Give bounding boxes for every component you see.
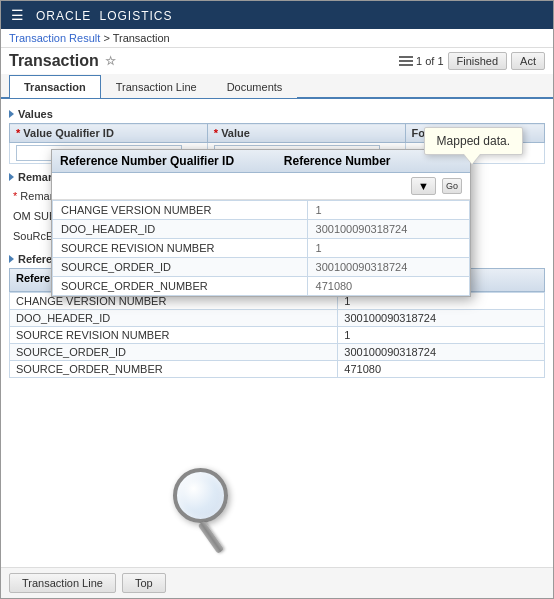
table-row: SOURCE_ORDER_ID 300100090318724 bbox=[10, 344, 545, 361]
col-value: Value bbox=[207, 124, 405, 143]
tab-bar: Transaction Transaction Line Documents bbox=[1, 74, 553, 99]
popup-row: SOURCE_ORDER_NUMBER 471080 bbox=[53, 277, 470, 296]
breadcrumb: Transaction Result > Transaction bbox=[1, 29, 553, 48]
footer-buttons: Transaction Line Top bbox=[1, 567, 553, 598]
list-icon bbox=[399, 56, 413, 66]
cell-qualifier: SOURCE REVISION NUMBER bbox=[10, 327, 338, 344]
popup-row: SOURCE REVISION NUMBER 1 bbox=[53, 239, 470, 258]
collapse-icon bbox=[9, 110, 14, 118]
popup-dropdown[interactable]: ▼ bbox=[411, 177, 436, 195]
popup-col2-label: Reference Number bbox=[284, 154, 462, 168]
popup-row: SOURCE_ORDER_ID 300100090318724 bbox=[53, 258, 470, 277]
popup-header: Reference Number Qualifier ID Reference … bbox=[52, 150, 470, 173]
popup-refnum: 1 bbox=[307, 201, 469, 220]
collapse-icon bbox=[9, 173, 14, 181]
magnifier-graphic bbox=[161, 468, 241, 558]
tab-transaction-line[interactable]: Transaction Line bbox=[101, 75, 212, 98]
menu-icon[interactable]: ☰ bbox=[11, 7, 24, 23]
popup-refnum: 471080 bbox=[307, 277, 469, 296]
cell-refnum: 300100090318724 bbox=[338, 344, 545, 361]
popup-qualifier: SOURCE_ORDER_NUMBER bbox=[53, 277, 308, 296]
tab-documents[interactable]: Documents bbox=[212, 75, 298, 98]
action-button[interactable]: Act bbox=[511, 52, 545, 70]
popup-table: CHANGE VERSION NUMBER 1 DOO_HEADER_ID 30… bbox=[52, 200, 470, 296]
page-title-bar: Transaction ☆ 1 of 1 Finished Act bbox=[1, 48, 553, 74]
popup-refnum: 300100090318724 bbox=[307, 220, 469, 239]
breadcrumb-current: Transaction bbox=[113, 32, 170, 44]
popup-dialog: Reference Number Qualifier ID Reference … bbox=[51, 149, 471, 297]
values-section-header[interactable]: Values bbox=[9, 105, 545, 123]
top-button[interactable]: Top bbox=[122, 573, 166, 593]
cell-qualifier: SOURCE_ORDER_NUMBER bbox=[10, 361, 338, 378]
collapse-icon bbox=[9, 255, 14, 263]
tab-transaction[interactable]: Transaction bbox=[9, 75, 101, 98]
finished-button[interactable]: Finished bbox=[448, 52, 508, 70]
breadcrumb-separator: > bbox=[103, 32, 112, 44]
app-name: LOGISTICS bbox=[99, 9, 172, 23]
page-controls: 1 of 1 Finished Act bbox=[399, 52, 545, 70]
popup-qualifier: DOO_HEADER_ID bbox=[53, 220, 308, 239]
reference-table-bg: CHANGE VERSION NUMBER 1 DOO_HEADER_ID 30… bbox=[9, 292, 545, 378]
magnifier-handle bbox=[198, 521, 225, 554]
page-title: Transaction bbox=[9, 52, 99, 70]
popup-row: DOO_HEADER_ID 300100090318724 bbox=[53, 220, 470, 239]
popup-refnum: 300100090318724 bbox=[307, 258, 469, 277]
popup-qualifier: SOURCE_ORDER_ID bbox=[53, 258, 308, 277]
app-header: ☰ ORACLE LOGISTICS bbox=[1, 1, 553, 29]
main-content: Values Value Qualifier ID Value Formula … bbox=[1, 99, 553, 598]
favorite-icon[interactable]: ☆ bbox=[105, 54, 116, 68]
popup-controls: ▼ Go bbox=[52, 173, 470, 200]
dropdown-arrow: ▼ bbox=[418, 180, 429, 192]
table-row: SOURCE REVISION NUMBER 1 bbox=[10, 327, 545, 344]
table-row: SOURCE_ORDER_NUMBER 471080 bbox=[10, 361, 545, 378]
values-title: Values bbox=[18, 108, 53, 120]
popup-qualifier: CHANGE VERSION NUMBER bbox=[53, 201, 308, 220]
magnifier-lens bbox=[173, 468, 228, 523]
cell-qualifier: DOO_HEADER_ID bbox=[10, 310, 338, 327]
transaction-line-button[interactable]: Transaction Line bbox=[9, 573, 116, 593]
table-row: DOO_HEADER_ID 300100090318724 bbox=[10, 310, 545, 327]
callout-tooltip: Mapped data. bbox=[424, 127, 523, 155]
cell-refnum: 1 bbox=[338, 327, 545, 344]
popup-qualifier: SOURCE REVISION NUMBER bbox=[53, 239, 308, 258]
callout-text: Mapped data. bbox=[437, 134, 510, 148]
cell-qualifier: SOURCE_ORDER_ID bbox=[10, 344, 338, 361]
breadcrumb-parent[interactable]: Transaction Result bbox=[9, 32, 100, 44]
oracle-logo: ORACLE LOGISTICS bbox=[32, 8, 173, 23]
cell-refnum: 471080 bbox=[338, 361, 545, 378]
popup-col1-label: Reference Number Qualifier ID bbox=[60, 154, 274, 168]
cell-refnum: 300100090318724 bbox=[338, 310, 545, 327]
popup-go-button[interactable]: Go bbox=[442, 178, 462, 194]
popup-row: CHANGE VERSION NUMBER 1 bbox=[53, 201, 470, 220]
col-value-qualifier-id: Value Qualifier ID bbox=[10, 124, 208, 143]
popup-refnum: 1 bbox=[307, 239, 469, 258]
oracle-brand: ORACLE bbox=[36, 9, 91, 23]
pagination-text: 1 of 1 bbox=[416, 55, 444, 67]
pagination: 1 of 1 bbox=[399, 55, 444, 67]
